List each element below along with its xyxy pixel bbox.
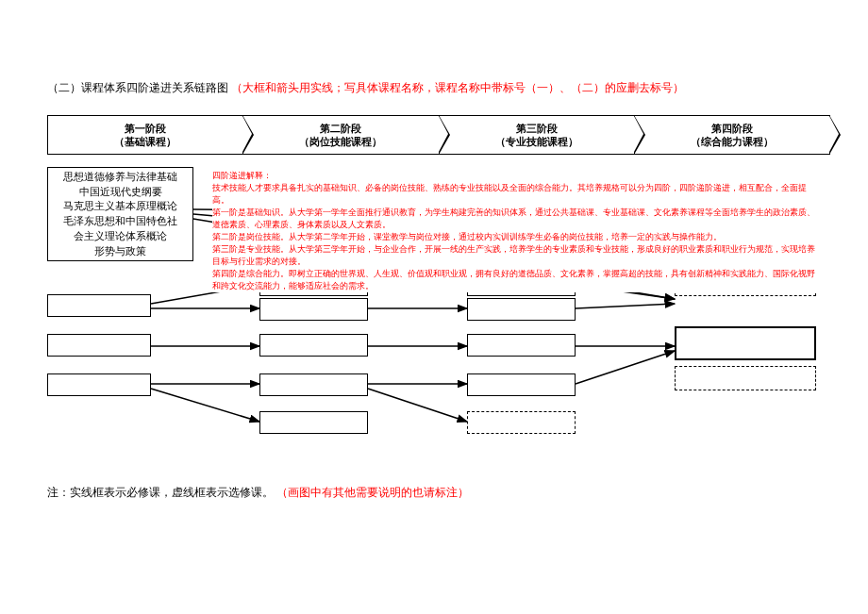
stage-4: 第四阶段 （综合能力课程）	[634, 115, 830, 155]
stage-3: 第三阶段 （专业技能课程）	[439, 115, 634, 155]
exp-l2: 第一阶是基础知识。从大学第一学年全面推行通识教育，为学生构建完善的知识体系，通过…	[212, 207, 816, 231]
c1-l6: 形势与政策	[94, 244, 146, 259]
title-main: （二）课程体系四阶递进关系链路图	[47, 81, 228, 94]
stage-3-name: 第三阶段	[516, 122, 558, 135]
exp-l4: 第三阶是专业技能。从大学第三学年开始，与企业合作，开展一线的生产实践，培养学生的…	[212, 243, 816, 268]
col3-box-5-dashed	[467, 411, 576, 434]
footnote-red: （画图中有其他需要说明的也请标注）	[276, 486, 469, 499]
exp-l5: 第四阶是综合能力。即树立正确的世界观、人生观、价值观和职业观，拥有良好的道德品质…	[212, 268, 816, 292]
col1-box-3	[47, 334, 151, 357]
c1-l4: 毛泽东思想和中国特色社	[63, 214, 177, 229]
col1-box-4	[47, 373, 151, 396]
col2-box-4	[259, 373, 368, 396]
col4-box-5-dashed	[675, 366, 816, 390]
svg-line-7	[151, 389, 259, 422]
col2-box-2	[259, 298, 368, 321]
stage-4-sub: （综合能力课程）	[691, 135, 774, 148]
stage-2-sub: （岗位技能课程）	[299, 135, 382, 148]
col3-box-3	[467, 334, 576, 357]
footnote: 注：实线框表示必修课，虚线框表示选修课。 （画图中有其他需要说明的也请标注）	[47, 485, 469, 501]
c1-l2: 中国近现代史纲要	[79, 185, 162, 200]
page-title: （二）课程体系四阶递进关系链路图 （大框和箭头用实线；写具体课程名称，课程名称中…	[47, 80, 830, 96]
exp-head: 四阶递进解释：	[212, 170, 816, 182]
svg-line-14	[576, 304, 675, 308]
c1-l1: 思想道德修养与法律基础	[63, 170, 177, 185]
svg-line-16	[576, 351, 675, 384]
title-note: （大框和箭头用实线；写具体课程名称，课程名称中带标号（一）、（二）的应删去标号）	[231, 81, 684, 94]
diagram-area: 思想道德修养与法律基础 中国近现代史纲要 马克思主义基本原理概论 毛泽东思想和中…	[47, 162, 830, 455]
stage-4-name: 第四阶段	[711, 122, 753, 135]
stage-3-sub: （专业技能课程）	[495, 135, 578, 148]
col1-box-2	[47, 294, 151, 317]
col4-box-4-thick	[675, 326, 816, 360]
exp-l1: 技术技能人才要求具备扎实的基础知识、必备的岗位技能、熟练的专业技能以及全面的综合…	[212, 182, 816, 207]
c1-l5: 会主义理论体系概论	[74, 229, 167, 244]
stages-header: 第一阶段 （基础课程） 第二阶段 （岗位技能课程） 第三阶段 （专业技能课程） …	[47, 115, 830, 155]
col2-box-3	[259, 334, 368, 357]
footnote-black: 注：实线框表示必修课，虚线框表示选修课。	[47, 486, 274, 499]
svg-line-12	[368, 389, 467, 422]
stage-2-name: 第二阶段	[320, 122, 361, 135]
c1-l3: 马克思主义基本原理概论	[63, 199, 177, 214]
explanation-text: 四阶递进解释： 技术技能人才要求具备扎实的基础知识、必备的岗位技能、熟练的专业技…	[212, 170, 816, 292]
col1-textbox: 思想道德修养与法律基础 中国近现代史纲要 马克思主义基本原理概论 毛泽东思想和中…	[47, 167, 193, 261]
stage-1-name: 第一阶段	[125, 122, 166, 135]
col2-box-5	[259, 411, 368, 434]
col3-box-2	[467, 298, 576, 321]
col3-box-4	[467, 373, 576, 396]
stage-1: 第一阶段 （基础课程）	[47, 115, 242, 155]
exp-l3: 第二阶是岗位技能。从大学第二学年开始，课堂教学与岗位对接，通过校内实训训练学生必…	[212, 231, 816, 243]
stage-2: 第二阶段 （岗位技能课程）	[242, 115, 438, 155]
stage-1-sub: （基础课程）	[114, 135, 176, 148]
